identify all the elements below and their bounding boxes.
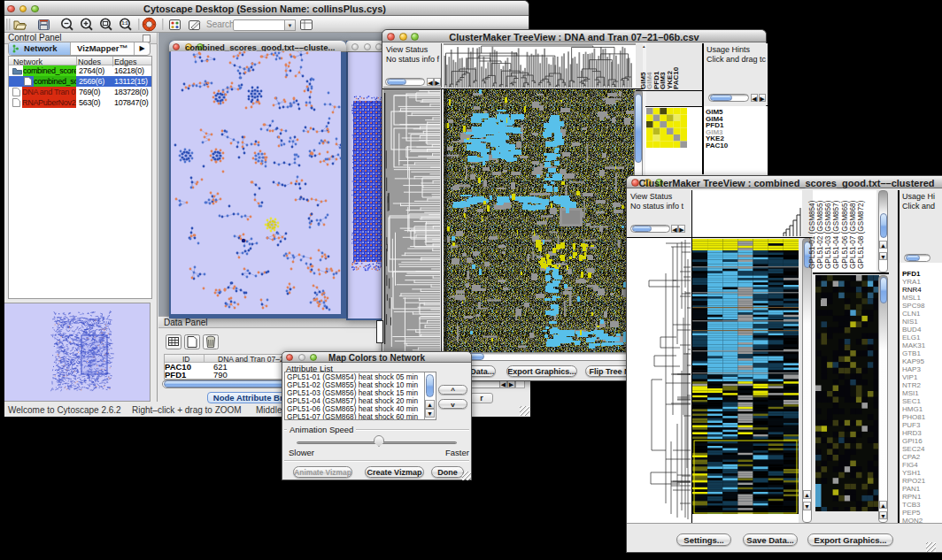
svg-text:1:1: 1:1 — [121, 20, 127, 26]
